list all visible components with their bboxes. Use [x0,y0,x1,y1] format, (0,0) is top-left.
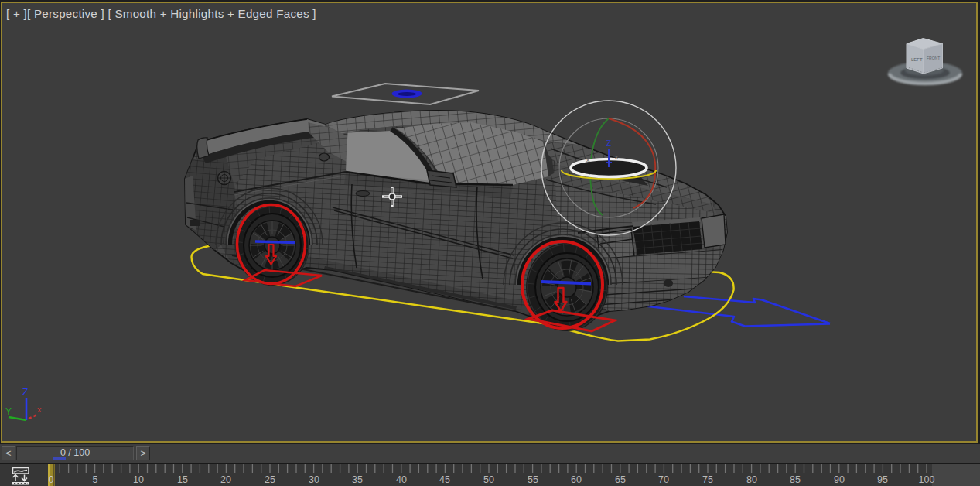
svg-text:75: 75 [702,474,713,485]
svg-text:60: 60 [571,474,582,485]
svg-text:FRONT: FRONT [927,56,940,60]
svg-text:95: 95 [877,474,888,485]
svg-text:30: 30 [309,474,319,485]
svg-text:x: x [37,405,42,414]
svg-text:Y: Y [5,406,12,417]
svg-text:×: × [614,153,619,162]
svg-text:Z: Z [606,139,612,148]
svg-text:5: 5 [93,474,98,485]
svg-text:80: 80 [746,474,757,485]
svg-text:85: 85 [790,474,801,485]
svg-text:70: 70 [658,474,669,485]
svg-text:LEFT: LEFT [911,57,923,62]
svg-text:40: 40 [396,474,407,485]
svg-text:65: 65 [615,474,626,485]
svg-text:25: 25 [265,474,275,485]
svg-text:45: 45 [439,474,450,485]
svg-text:100: 100 [919,474,935,485]
svg-text:15: 15 [177,474,188,485]
svg-text:50: 50 [483,474,494,485]
svg-text:35: 35 [352,474,363,485]
svg-text:20: 20 [220,474,231,485]
svg-text:10: 10 [133,474,144,485]
svg-text:0: 0 [49,474,54,485]
svg-text:55: 55 [528,474,538,485]
svg-text:Z: Z [22,387,28,398]
svg-text:×: × [586,156,590,165]
svg-text:90: 90 [834,474,845,485]
